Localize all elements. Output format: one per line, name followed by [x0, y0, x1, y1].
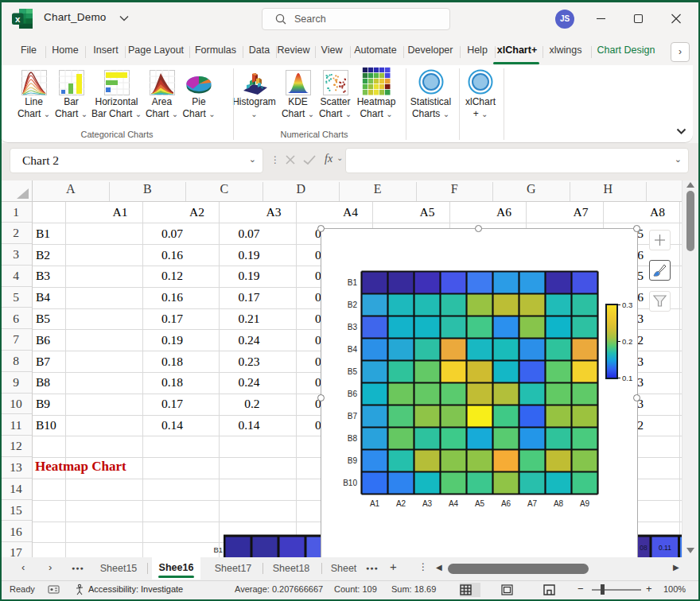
- svg-text:A7: A7: [527, 499, 538, 508]
- svg-text:B7: B7: [348, 412, 358, 421]
- svg-text:B5: B5: [348, 367, 358, 376]
- svg-text:0.11: 0.11: [659, 544, 671, 552]
- svg-text:B10: B10: [343, 479, 357, 487]
- svg-text:B1: B1: [213, 545, 223, 554]
- svg-text:B1: B1: [348, 278, 358, 287]
- svg-text:A5: A5: [475, 499, 485, 508]
- svg-text:B4: B4: [348, 345, 358, 354]
- svg-text:A6: A6: [501, 499, 511, 508]
- svg-text:x: x: [15, 14, 21, 24]
- svg-text:B8: B8: [348, 434, 358, 443]
- svg-text:0.3: 0.3: [622, 300, 632, 309]
- svg-text:A3: A3: [422, 499, 433, 508]
- svg-text:A4: A4: [449, 499, 459, 508]
- svg-text:A1: A1: [370, 499, 380, 508]
- svg-text:B9: B9: [348, 456, 358, 465]
- svg-text:B3: B3: [348, 323, 358, 332]
- svg-text:B6: B6: [348, 390, 358, 398]
- svg-text:0.1: 0.1: [622, 374, 632, 382]
- svg-text:A9: A9: [580, 499, 590, 508]
- svg-text:B2: B2: [348, 300, 358, 309]
- svg-text:A2: A2: [396, 499, 406, 508]
- svg-text:08: 08: [640, 544, 648, 552]
- svg-text:A8: A8: [554, 499, 564, 508]
- svg-text:0.2: 0.2: [622, 337, 632, 346]
